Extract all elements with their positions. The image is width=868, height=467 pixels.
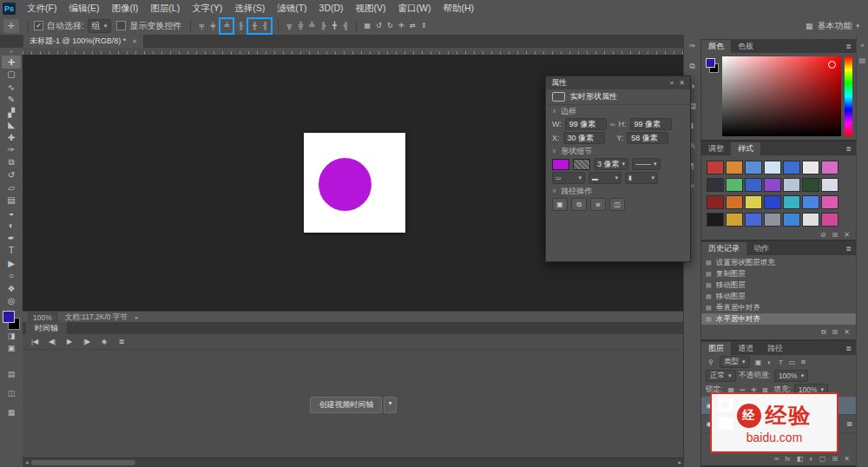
new-group-icon[interactable]: ▢ — [819, 455, 826, 463]
show-transform-checkbox[interactable] — [116, 21, 126, 30]
style-swatch[interactable] — [726, 213, 743, 227]
mini-bridge-panel-icon[interactable]: ▤ — [2, 368, 21, 379]
opacity-dropdown[interactable]: 100% ▾ — [774, 370, 808, 382]
panel-menu-icon[interactable]: ≣ — [841, 40, 856, 53]
menu-view[interactable]: 视图(V) — [350, 3, 392, 15]
distribute-left-edges-button[interactable]: ╠ — [318, 20, 328, 32]
delete-state-icon[interactable]: ✕ — [844, 328, 850, 337]
new-document-from-state-icon[interactable]: ⧉ — [821, 328, 826, 337]
tab-adjustments[interactable]: 调整 — [701, 142, 731, 155]
libraries-panel-icon[interactable]: ▤ — [859, 56, 866, 64]
clone-source-panel-icon[interactable]: ⧉ — [686, 60, 700, 72]
shape-fill-swatch[interactable] — [552, 159, 569, 170]
link-layers-icon[interactable]: ∞ — [774, 455, 779, 463]
panel-menu-icon[interactable]: ≣ — [841, 342, 856, 355]
blend-mode-dropdown[interactable]: 正常 ▾ — [706, 370, 736, 382]
stroke-corner-select[interactable]: ▮▾ — [625, 172, 658, 184]
layer-filter-dropdown[interactable]: 类型 ▾ — [720, 356, 750, 368]
close-tab-icon[interactable]: ✕ — [132, 38, 137, 45]
menu-layer[interactable]: 图层(L) — [144, 3, 186, 15]
new-snapshot-icon[interactable]: ⊞ — [832, 328, 838, 337]
hand-tool[interactable]: ❖ — [2, 282, 21, 295]
intersect-shapes-icon[interactable]: ⧈ — [590, 198, 606, 211]
panel-menu-icon[interactable]: ≣ — [841, 142, 856, 155]
collapse-panel-icon[interactable]: » — [670, 79, 674, 87]
delete-layer-icon[interactable]: ✕ — [844, 455, 850, 463]
3d-drag-button[interactable]: ✛ — [396, 20, 406, 32]
brush-tool[interactable]: ✑ — [2, 144, 21, 157]
tab-layers[interactable]: 图层 — [701, 342, 731, 355]
combine-shapes-icon[interactable]: ▣ — [552, 198, 568, 211]
history-state-set-shape-fill[interactable]: ▤设置形状图层填充 — [701, 257, 856, 268]
transform-section-header[interactable]: ∨ 边框 — [546, 105, 690, 117]
quick-mask-icon[interactable]: ◨ — [2, 330, 21, 342]
properties-header[interactable]: 属性 » ✕ — [546, 76, 690, 89]
gradient-tool[interactable]: ▤ — [2, 194, 21, 207]
style-swatch[interactable] — [707, 161, 724, 174]
horizontal-type-tool[interactable]: T — [2, 245, 21, 258]
history-state-align-vertical-centers[interactable]: ▤垂直居中对齐 — [701, 302, 856, 313]
style-swatch[interactable] — [745, 213, 762, 227]
scroll-right-icon[interactable]: ▸ — [678, 459, 681, 466]
tab-actions[interactable]: 动作 — [746, 242, 776, 255]
move-tool[interactable]: ✛ — [2, 56, 21, 69]
style-swatch[interactable] — [821, 195, 838, 209]
distribute-horizontal-centers-button[interactable]: ╋ — [329, 20, 339, 32]
workspace-switcher[interactable]: ▦ 基本功能 ▾ — [806, 20, 868, 32]
align-bottom-edges-button[interactable]: ╧ — [221, 20, 232, 32]
menu-image[interactable]: 图像(I) — [105, 3, 144, 15]
distribute-top-edges-button[interactable]: ╦ — [284, 20, 294, 32]
style-swatch[interactable] — [726, 161, 743, 174]
document-info[interactable]: 文档:117.2K/0 字节 — [65, 312, 128, 323]
auto-align-layers-button[interactable]: ▦ — [362, 20, 372, 32]
style-swatch[interactable] — [783, 195, 800, 209]
notes-panel-icon[interactable]: ▦ — [2, 406, 21, 418]
horizontal-scrollbar[interactable]: ◂ ▸ — [23, 457, 684, 467]
auto-select-dropdown[interactable]: 组 ▾ — [88, 19, 112, 33]
style-swatch[interactable] — [745, 195, 762, 209]
y-field[interactable]: 58 像素 — [627, 132, 668, 144]
tab-channels[interactable]: 通道 — [731, 342, 760, 355]
delete-style-icon[interactable]: ✕ — [844, 231, 850, 239]
next-frame-icon[interactable]: |▶ — [82, 336, 92, 348]
filter-adjustment-layers-icon[interactable]: ◐ — [765, 358, 775, 366]
stroke-width-dropdown[interactable]: 3 像素 ▾ — [594, 158, 628, 170]
style-swatch[interactable] — [802, 178, 819, 192]
tab-paths[interactable]: 路径 — [760, 342, 790, 355]
screen-mode-icon[interactable]: ▣ — [2, 342, 21, 354]
go-to-first-frame-icon[interactable]: |◀ — [30, 336, 40, 348]
align-right-edges-button[interactable]: ╢ — [260, 20, 270, 32]
style-swatch[interactable] — [745, 161, 762, 174]
style-swatch[interactable] — [764, 195, 781, 209]
color-picker-marker[interactable] — [828, 61, 836, 69]
style-swatch[interactable] — [707, 195, 724, 209]
lasso-tool[interactable]: ∿ — [2, 81, 21, 94]
zoom-level[interactable]: 100% — [28, 312, 57, 323]
3d-slide-button[interactable]: ⇄ — [407, 20, 418, 32]
saturation-brightness-picker[interactable] — [722, 56, 841, 136]
crop-tool[interactable]: ▞ — [2, 106, 21, 119]
eraser-tool[interactable]: ▱ — [2, 181, 21, 194]
tab-swatches[interactable]: 色板 — [731, 40, 760, 53]
clear-style-icon[interactable]: ⊘ — [820, 231, 826, 239]
ellipse-tool[interactable]: ○ — [2, 270, 21, 283]
blur-tool[interactable]: ◒ — [2, 207, 21, 220]
stroke-style-dropdown[interactable]: —— ▾ — [632, 158, 661, 170]
filter-type-layers-icon[interactable]: T — [776, 358, 786, 366]
timeline-settings-icon[interactable]: ≣ — [116, 336, 127, 348]
pen-tool[interactable]: ✒ — [2, 232, 21, 245]
3d-scale-button[interactable]: ⇕ — [418, 20, 429, 32]
stroke-align-select[interactable]: ▭▾ — [552, 172, 585, 184]
menu-file[interactable]: 文件(F) — [21, 3, 62, 15]
distribute-bottom-edges-button[interactable]: ╩ — [306, 20, 317, 32]
document-canvas[interactable] — [304, 133, 405, 233]
document-tab[interactable]: 未标题-1 @ 100%(RGB/8) * ✕ — [23, 35, 143, 48]
path-selection-tool[interactable]: ▶ — [2, 257, 21, 270]
filter-shape-layers-icon[interactable]: ▭ — [787, 358, 798, 366]
layer-style-icon[interactable]: fx — [785, 455, 790, 463]
filter-smart-objects-icon[interactable]: ⧈ — [799, 358, 809, 366]
hue-slider[interactable] — [845, 56, 852, 136]
menu-help[interactable]: 帮助(H) — [437, 3, 481, 15]
spot-healing-brush-tool[interactable]: ✚ — [2, 131, 21, 144]
quick-selection-tool[interactable]: ✎ — [2, 94, 21, 107]
